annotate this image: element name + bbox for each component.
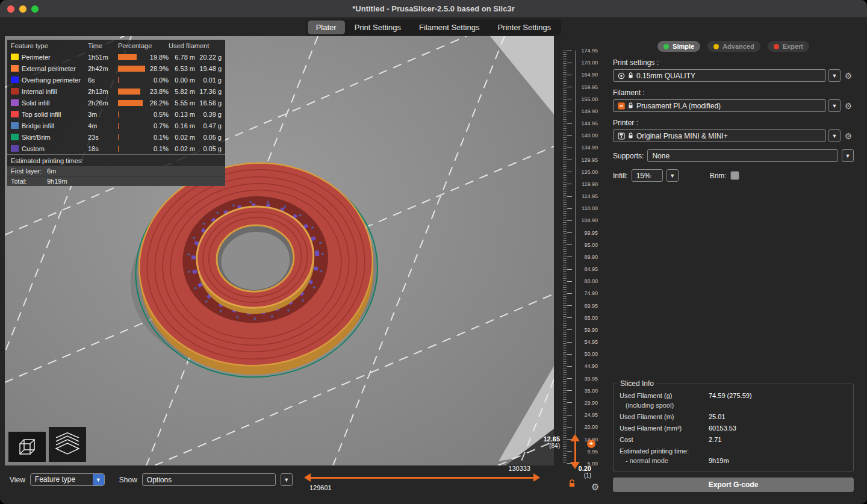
minimize-button[interactable] bbox=[19, 5, 26, 13]
mode-dot-icon bbox=[774, 44, 779, 49]
move-slider-track[interactable] bbox=[308, 477, 536, 479]
lock-icon[interactable] bbox=[568, 479, 576, 490]
supports-select[interactable]: None bbox=[647, 149, 838, 162]
tick-mark bbox=[567, 427, 572, 428]
tick-mark bbox=[567, 390, 572, 391]
zoom-button[interactable] bbox=[31, 5, 39, 13]
layer-tick: 164.90 bbox=[554, 71, 604, 78]
mode-expert[interactable]: Expert bbox=[768, 41, 809, 52]
tab-printer-settings[interactable]: Printer Settings bbox=[489, 20, 559, 34]
percentage-bar bbox=[118, 66, 147, 72]
print-settings-gear-icon[interactable]: ⚙ bbox=[843, 71, 854, 81]
tabbar: PlaterPrint SettingsFilament SettingsPri… bbox=[0, 18, 867, 36]
layer-slider-range[interactable] bbox=[574, 441, 576, 462]
sliced-info-label: Used Filament (mm³) bbox=[620, 425, 709, 432]
feature-label: Solid infill bbox=[22, 99, 88, 107]
legend-rows: Perimeter1h51m19.8%6.78 m20.22 gExternal… bbox=[7, 51, 225, 154]
show-options-value: Options bbox=[147, 476, 172, 484]
show-options-select[interactable]: Options bbox=[142, 473, 276, 486]
tick-label: 140.00 bbox=[576, 132, 598, 138]
infill-label: Infill: bbox=[613, 172, 628, 180]
feature-meters: 5.55 m bbox=[169, 99, 195, 107]
sliced-info-value: 2.71 bbox=[709, 436, 847, 443]
filament-color-icon bbox=[618, 102, 625, 110]
estimated-times-title: Estimated printing times: bbox=[7, 154, 225, 166]
add-layer-marker-icon[interactable]: + bbox=[587, 440, 595, 448]
feature-meters: 6.78 m bbox=[169, 54, 195, 61]
printer-gear-icon[interactable]: ⚙ bbox=[843, 131, 854, 141]
feature-label: External perimeter bbox=[22, 65, 88, 72]
feature-percent: 19.8% bbox=[148, 54, 169, 61]
tab-print-settings[interactable]: Print Settings bbox=[346, 20, 409, 34]
layer-tick: 29.90 bbox=[554, 399, 604, 406]
first-layer-value: 6m bbox=[47, 167, 56, 175]
filament-gear-icon[interactable]: ⚙ bbox=[843, 101, 854, 111]
show-options-dropdown-button[interactable]: ▼ bbox=[281, 473, 293, 486]
tick-mark bbox=[567, 366, 572, 367]
feature-meters: 0.13 m bbox=[169, 111, 195, 118]
print-settings-select[interactable]: 0.15mm QUALITY bbox=[613, 69, 826, 82]
supports-dropdown-button[interactable]: ▼ bbox=[842, 149, 854, 162]
feature-label: Top solid infill bbox=[22, 111, 88, 118]
slider-settings-gear-icon[interactable]: ⚙ bbox=[591, 482, 599, 493]
feature-color-swatch bbox=[11, 111, 19, 117]
mode-switch: SimpleAdvancedExpert bbox=[613, 41, 854, 52]
printer-dropdown-button[interactable]: ▼ bbox=[828, 129, 841, 142]
tick-label: 104.90 bbox=[576, 217, 598, 223]
filament-dropdown-button[interactable]: ▼ bbox=[828, 99, 841, 112]
mode-advanced[interactable]: Advanced bbox=[707, 41, 760, 52]
view-type-select[interactable]: Feature type ▼ bbox=[30, 473, 105, 486]
editor-view-button[interactable] bbox=[8, 432, 46, 462]
layer-slider-upper-handle[interactable] bbox=[570, 434, 580, 441]
tick-label: 39.95 bbox=[576, 376, 598, 382]
feature-grams: 0.47 g bbox=[195, 122, 222, 129]
feature-color-swatch bbox=[11, 76, 19, 83]
infill-dropdown-button[interactable]: ▼ bbox=[667, 169, 679, 182]
print-settings-dropdown-button[interactable]: ▼ bbox=[828, 69, 841, 82]
close-button[interactable] bbox=[7, 5, 14, 13]
3d-viewport[interactable]: Feature type Time Percentage Used filame… bbox=[5, 36, 554, 465]
tab-plater[interactable]: Plater bbox=[308, 20, 345, 34]
tick-label: 110.00 bbox=[576, 205, 598, 211]
move-slider-max-value: 130333 bbox=[508, 465, 530, 472]
filament-value: Prusament PLA (modified) bbox=[636, 102, 721, 110]
move-slider-left-handle[interactable] bbox=[304, 473, 311, 482]
layer-tick: 155.00 bbox=[554, 96, 604, 103]
printer-value: Original Prusa MINI & MINI+ bbox=[636, 132, 728, 140]
gcode-move-slider[interactable]: 130333 129601 bbox=[304, 469, 540, 488]
sliced-info-panel: Sliced Info Used Filament (g)(including … bbox=[613, 384, 854, 471]
tick-label: 35.00 bbox=[576, 388, 598, 394]
move-slider-right-handle[interactable] bbox=[533, 473, 540, 482]
feature-percent: 0.5% bbox=[148, 111, 169, 118]
feature-color-swatch bbox=[11, 145, 19, 152]
printer-select[interactable]: Original Prusa MINI & MINI+ bbox=[613, 129, 826, 142]
tick-label: 155.00 bbox=[576, 96, 598, 102]
lock-icon bbox=[628, 102, 633, 109]
mode-simple[interactable]: Simple bbox=[657, 41, 700, 52]
tick-label: 95.00 bbox=[576, 242, 598, 248]
tick-mark bbox=[567, 172, 572, 172]
tick-mark bbox=[567, 281, 572, 282]
tick-label: 129.95 bbox=[576, 157, 598, 163]
print-settings-value: 0.15mm QUALITY bbox=[636, 72, 695, 80]
export-gcode-button[interactable]: Export G-code bbox=[613, 478, 854, 492]
tick-label: 29.90 bbox=[576, 400, 598, 406]
filament-select[interactable]: Prusament PLA (modified) bbox=[613, 99, 826, 112]
layer-tick: 44.90 bbox=[554, 362, 604, 370]
tick-label: 125.00 bbox=[576, 169, 598, 175]
chevron-down-icon[interactable]: ▼ bbox=[93, 474, 104, 485]
feature-color-swatch bbox=[11, 122, 19, 129]
sliced-info-rows: Used Filament (g)(including spool)74.59 … bbox=[620, 392, 847, 464]
layer-tick: 110.00 bbox=[554, 205, 604, 212]
brim-checkbox[interactable] bbox=[730, 171, 739, 180]
layer-tick: 125.00 bbox=[554, 169, 604, 176]
tick-mark bbox=[567, 87, 572, 87]
tab-filament-settings[interactable]: Filament Settings bbox=[411, 20, 488, 34]
sliced-info-label: Used Filament (g)(including spool) bbox=[620, 392, 709, 409]
percentage-bar bbox=[118, 100, 147, 106]
tick-mark bbox=[567, 317, 572, 318]
preview-view-button[interactable] bbox=[49, 427, 86, 462]
tick-label: 74.90 bbox=[576, 290, 598, 296]
infill-select[interactable]: 15% bbox=[632, 169, 663, 182]
feature-percent: 0.7% bbox=[148, 122, 169, 129]
